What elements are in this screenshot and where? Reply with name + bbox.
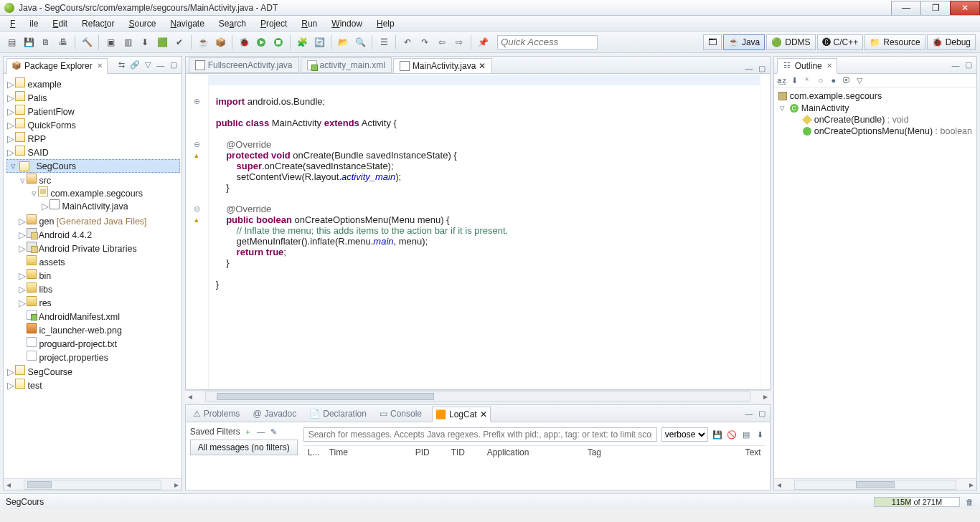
menu-window[interactable]: Window: [324, 17, 369, 30]
scroll-left-icon[interactable]: ◂: [4, 480, 14, 490]
outline-package[interactable]: com.example.segcours: [790, 91, 882, 101]
scroll-right-icon[interactable]: ▸: [760, 392, 771, 402]
tree-project[interactable]: RPP: [27, 134, 46, 144]
tree-folder-bin[interactable]: bin: [39, 271, 51, 281]
close-icon[interactable]: ✕: [480, 409, 487, 419]
prev-annotation-button[interactable]: ↶: [400, 35, 415, 49]
editor-tab-fullscreen[interactable]: FullscreenActivity.java: [189, 57, 299, 73]
tree-android-lib[interactable]: Android 4.4.2: [39, 230, 92, 240]
tree-folder-assets[interactable]: assets: [39, 257, 65, 267]
quick-access-input[interactable]: [497, 35, 598, 49]
maximize-view-icon[interactable]: ▢: [963, 60, 974, 70]
package-explorer-tab[interactable]: 📦 Package Explorer ✕: [6, 58, 108, 74]
tab-problems[interactable]: ⚠Problems: [190, 407, 243, 420]
clear-log-icon[interactable]: 🚫: [727, 430, 737, 440]
menu-run[interactable]: Run: [294, 17, 324, 30]
debug-button[interactable]: 🐞: [237, 35, 251, 49]
tab-declaration[interactable]: 📄Declaration: [306, 407, 369, 420]
overview-ruler[interactable]: [760, 74, 770, 389]
close-icon[interactable]: ✕: [479, 61, 486, 71]
tree-folder-res[interactable]: res: [39, 298, 51, 308]
window-maximize-button[interactable]: ❐: [920, 1, 951, 15]
logcat-level-select[interactable]: verbose: [661, 427, 708, 442]
menu-edit[interactable]: Edit: [45, 17, 75, 30]
run-last-button[interactable]: [271, 35, 286, 49]
editor-tab-mainactivity[interactable]: MainActivity.java✕: [393, 58, 492, 74]
perspective-resource[interactable]: 📁Resource: [864, 34, 925, 50]
tree-project[interactable]: SAID: [27, 148, 48, 158]
perspective-ddms[interactable]: 🟢DDMS: [766, 34, 815, 50]
outline-class[interactable]: MainActivity: [801, 103, 849, 113]
tree-package[interactable]: com.example.segcours: [50, 189, 143, 199]
scroll-right-icon[interactable]: ▸: [171, 480, 182, 490]
tree-folder-libs[interactable]: libs: [39, 285, 52, 295]
scroll-lock-icon[interactable]: ⬇: [755, 430, 765, 440]
menu-help[interactable]: Help: [369, 17, 402, 30]
col-level[interactable]: L...: [303, 447, 325, 457]
sort-icon[interactable]: a͢z: [777, 75, 787, 85]
outline-method-oncreate[interactable]: onCreate(Bundle) : void: [814, 115, 909, 125]
col-time[interactable]: Time: [325, 447, 411, 457]
lint-button[interactable]: ⬇: [138, 35, 152, 49]
tree-project[interactable]: Palis: [27, 93, 47, 103]
outline-method-oncreateoptionsmenu[interactable]: onCreateOptionsMenu(Menu) : boolean: [814, 126, 972, 136]
new-project-button[interactable]: ☕: [196, 35, 210, 49]
tree-project[interactable]: PatientFlow: [27, 107, 74, 117]
view-menu-icon[interactable]: ▽: [854, 75, 864, 85]
col-application[interactable]: Application: [483, 447, 583, 457]
tree-gen[interactable]: gen [Generated Java Files]: [39, 217, 146, 227]
outline-tab[interactable]: ☷ Outline ✕: [777, 58, 837, 74]
next-annotation-button[interactable]: ↷: [418, 35, 432, 49]
menu-file[interactable]: File: [3, 17, 45, 30]
logcat-search-input[interactable]: [303, 427, 657, 442]
tree-private-libs[interactable]: Android Private Libraries: [39, 244, 137, 254]
scroll-right-icon[interactable]: ▸: [966, 480, 976, 490]
window-close-button[interactable]: ✕: [950, 1, 980, 15]
menu-refactor[interactable]: Refactor: [75, 17, 121, 30]
heap-status[interactable]: 115M of 271M: [874, 497, 960, 507]
tree-project[interactable]: example: [27, 80, 61, 90]
maximize-view-icon[interactable]: ▢: [757, 409, 767, 419]
new-package-button[interactable]: 📦: [213, 35, 227, 49]
pin-button[interactable]: 📌: [476, 35, 490, 49]
focus-icon[interactable]: ⦿: [842, 75, 852, 85]
sdk-manager-button[interactable]: ▣: [103, 35, 118, 49]
forward-button[interactable]: ⇨: [452, 35, 466, 49]
perspective-java[interactable]: ☕Java: [723, 34, 765, 50]
tab-javadoc[interactable]: @Javadoc: [250, 407, 299, 420]
col-tid[interactable]: TID: [447, 447, 483, 457]
save-all-button[interactable]: 🗎: [39, 35, 53, 49]
menu-project[interactable]: Project: [253, 17, 294, 30]
hide-static-icon[interactable]: ᵏ: [803, 75, 813, 85]
build-button[interactable]: 🔨: [80, 35, 94, 49]
code-editor[interactable]: ⊕⊖▴⊖▴ package com.example.segcours; impo…: [185, 73, 771, 390]
col-pid[interactable]: PID: [411, 447, 447, 457]
remove-filter-icon[interactable]: —: [256, 427, 266, 437]
tree-file-properties[interactable]: project.properties: [39, 353, 108, 363]
outline-scrollbar[interactable]: ◂ ▸: [774, 478, 976, 490]
hide-nonpublic-icon[interactable]: ○: [816, 75, 826, 85]
minimize-editor-icon[interactable]: —: [744, 63, 754, 73]
collapse-all-icon[interactable]: ⇆: [117, 60, 127, 70]
print-button[interactable]: 🖶: [56, 35, 70, 49]
tab-logcat[interactable]: 🟧LogCat✕: [432, 407, 491, 422]
col-tag[interactable]: Tag: [583, 447, 741, 457]
tree-file-mainactivity[interactable]: MainActivity.java: [62, 201, 128, 212]
package-explorer-tree[interactable]: ▷ example ▷ Palis ▷ PatientFlow ▷ QuickF…: [4, 74, 182, 478]
window-minimize-button[interactable]: —: [891, 1, 921, 15]
toggle-breadcrumb-button[interactable]: ☰: [377, 35, 391, 49]
new-android-button[interactable]: 🟩: [155, 35, 169, 49]
avd-manager-button[interactable]: ▥: [121, 35, 135, 49]
tree-file-launcher[interactable]: ic_launcher-web.png: [39, 326, 121, 336]
editor-scrollbar[interactable]: ◂ ▸: [185, 390, 771, 402]
hide-local-icon[interactable]: ●: [829, 75, 839, 85]
search-button[interactable]: 🔍: [353, 35, 367, 49]
edit-filter-icon[interactable]: ✎: [269, 427, 279, 437]
scroll-left-icon[interactable]: ◂: [185, 392, 195, 402]
view-menu-icon[interactable]: ▽: [143, 60, 153, 70]
new-button[interactable]: ▤: [4, 35, 19, 49]
tree-project-segcours[interactable]: ▿ SegCours: [6, 159, 180, 173]
tree-project[interactable]: QuickForms: [27, 120, 75, 130]
open-perspective-button[interactable]: 🗔: [703, 34, 722, 50]
gc-icon[interactable]: 🗑: [964, 497, 974, 507]
